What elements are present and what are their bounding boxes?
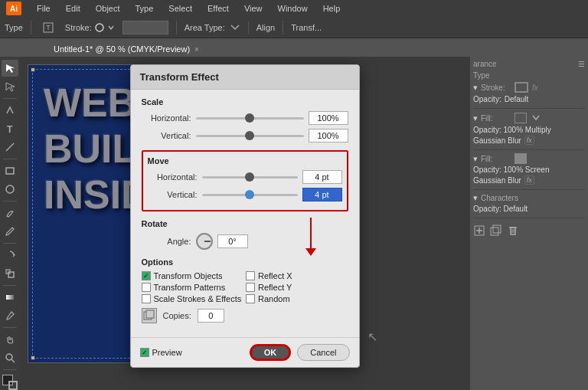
- panel-menu-icon[interactable]: ☰: [578, 60, 585, 68]
- menu-type[interactable]: Type: [132, 2, 157, 15]
- direct-select-icon: [5, 81, 15, 92]
- panel-add-layer-icon[interactable]: [473, 224, 485, 237]
- move-v-slider[interactable]: [202, 194, 298, 196]
- ellipse-tool[interactable]: [2, 181, 18, 198]
- transform-objects-label: Transform Objects: [154, 271, 223, 280]
- pencil-tool[interactable]: [2, 223, 18, 240]
- copies-row: Copies:: [142, 308, 348, 323]
- menu-edit[interactable]: Edit: [63, 2, 83, 15]
- align-label: Align: [256, 23, 275, 32]
- svg-point-8: [6, 185, 14, 193]
- scale-strokes-checkbox[interactable]: [142, 294, 151, 303]
- panel-stroke-chevron[interactable]: ▾: [473, 83, 478, 93]
- scale-tool[interactable]: [2, 265, 18, 282]
- fill-stroke-swatches[interactable]: [2, 375, 18, 390]
- toolbar-sep4: [283, 21, 283, 34]
- scale-v-slider[interactable]: [196, 135, 304, 137]
- menu-select[interactable]: Select: [165, 2, 195, 15]
- angle-input[interactable]: [217, 234, 248, 248]
- menu-effect[interactable]: Effect: [204, 2, 232, 15]
- menu-window[interactable]: Window: [275, 2, 311, 15]
- copies-input[interactable]: [198, 309, 224, 323]
- svg-rect-22: [511, 228, 515, 234]
- panel-characters-chevron[interactable]: ▾: [473, 193, 478, 203]
- move-vertical-row: Vertical:: [148, 188, 342, 202]
- reflect-y-checkbox[interactable]: [246, 283, 255, 292]
- reflect-x-row: Reflect X: [246, 271, 348, 280]
- fill2-color-swatch[interactable]: [514, 153, 527, 164]
- svg-line-6: [6, 143, 14, 151]
- fill1-arrow-icon: [530, 112, 542, 124]
- paintbrush-tool[interactable]: [2, 205, 18, 221]
- panel-title-text: arance: [473, 60, 497, 68]
- zoom-tool[interactable]: [2, 349, 18, 366]
- panel-type-row: Type: [473, 71, 585, 80]
- move-v-thumb[interactable]: [245, 190, 254, 199]
- menu-view[interactable]: View: [241, 2, 266, 15]
- svg-line-13: [11, 359, 15, 362]
- type-icon: T: [5, 123, 15, 134]
- options-title: Options: [142, 257, 348, 267]
- panel-fill1-opacity-row: Opacity: 100% Multiply: [473, 126, 585, 134]
- scale-h-slider[interactable]: [196, 117, 304, 120]
- transform-patterns-checkbox[interactable]: [142, 283, 151, 292]
- scale-v-thumb[interactable]: [245, 131, 254, 140]
- scale-vertical-input[interactable]: [309, 129, 348, 143]
- scale-horizontal-input[interactable]: [309, 111, 348, 125]
- type-tool[interactable]: T: [2, 120, 18, 137]
- dialog-footer: ✓ Preview OK Cancel: [131, 337, 359, 367]
- panel-duplicate-icon[interactable]: [490, 224, 502, 237]
- panel-delete-icon[interactable]: [507, 224, 519, 237]
- panel-fill2-chevron[interactable]: ▾: [473, 154, 478, 164]
- scale-h-thumb[interactable]: [245, 113, 254, 123]
- transform-objects-checkbox[interactable]: ✓: [142, 271, 151, 280]
- move-horizontal-input[interactable]: [302, 170, 342, 184]
- scale-vertical-label: Vertical:: [142, 131, 191, 140]
- angle-dial[interactable]: [196, 233, 213, 250]
- zoom-icon: [5, 352, 15, 363]
- menu-help[interactable]: Help: [320, 2, 344, 15]
- ok-button[interactable]: OK: [250, 344, 292, 361]
- select-tool[interactable]: [2, 60, 18, 77]
- panel-divider-1: [473, 108, 585, 109]
- panel-fill2-opacity-row: Opacity: 100% Screen: [473, 166, 585, 174]
- dialog-overlay: Transform Effect Scale Horizontal:: [20, 57, 469, 390]
- panel-fill2-label: Fill:: [481, 155, 511, 163]
- tool-separator-6: [3, 327, 17, 328]
- reflect-x-checkbox[interactable]: [246, 271, 255, 280]
- gradient-tool[interactable]: [2, 289, 18, 306]
- panel-fill1-chevron[interactable]: ▾: [473, 113, 478, 123]
- line-tool[interactable]: [2, 139, 18, 156]
- preview-checkbox[interactable]: ✓: [140, 348, 149, 357]
- stroke-input[interactable]: [122, 21, 168, 34]
- toolbar-type-icon[interactable]: T: [39, 20, 57, 35]
- options-section: Options ✓ Transform Objects Reflect X: [142, 257, 348, 323]
- panel-fill1-opacity: Opacity: 100% Multiply: [473, 126, 551, 134]
- cancel-button[interactable]: Cancel: [297, 344, 349, 361]
- direct-select-tool[interactable]: [2, 78, 18, 95]
- toolbar-stroke[interactable]: Stroke:: [62, 21, 118, 34]
- toolbar-sep2: [176, 21, 177, 34]
- hand-icon: [5, 334, 15, 345]
- fill1-color-swatch[interactable]: [514, 113, 527, 123]
- menu-file[interactable]: File: [34, 2, 54, 15]
- rect-tool[interactable]: [2, 162, 18, 179]
- tab-bar: Untitled-1* @ 50 % (CMYK/Preview) ×: [0, 38, 588, 57]
- document-tab[interactable]: Untitled-1* @ 50 % (CMYK/Preview) ×: [46, 41, 207, 57]
- eyedropper-tool[interactable]: [2, 307, 18, 324]
- move-h-slider[interactable]: [202, 176, 298, 179]
- pen-tool[interactable]: [2, 102, 18, 119]
- hand-tool[interactable]: [2, 331, 18, 348]
- random-checkbox[interactable]: [246, 294, 255, 303]
- move-vertical-input[interactable]: [302, 188, 342, 202]
- move-h-thumb[interactable]: [245, 172, 254, 182]
- scale-horizontal-label: Horizontal:: [142, 113, 191, 123]
- svg-rect-9: [8, 272, 14, 277]
- tool-separator-4: [3, 243, 17, 244]
- stroke-color-swatch[interactable]: [514, 82, 528, 93]
- svg-rect-20: [491, 228, 498, 235]
- rotate-tool[interactable]: [2, 247, 18, 264]
- tab-close-button[interactable]: ×: [194, 45, 199, 54]
- rotate-section: Rotate Angle:: [142, 219, 348, 250]
- menu-object[interactable]: Object: [93, 2, 123, 15]
